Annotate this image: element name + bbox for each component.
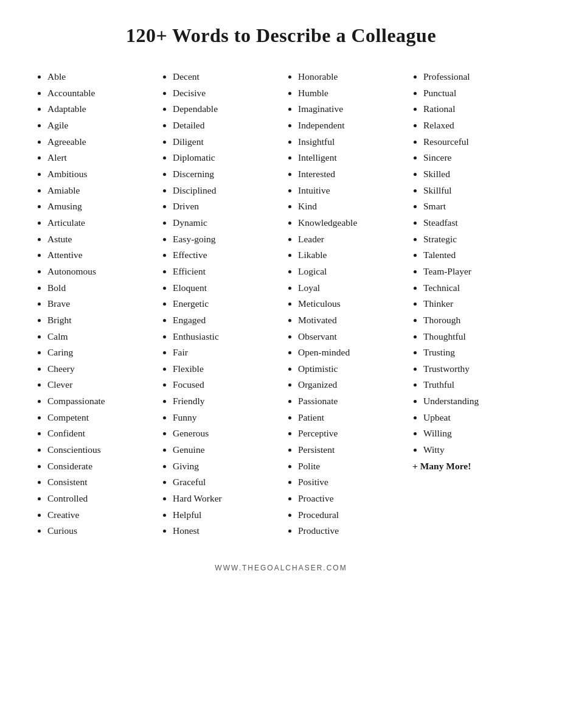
list-item: Flexible bbox=[173, 361, 275, 377]
list-item: Considerate bbox=[47, 458, 150, 475]
list-item: Creative bbox=[47, 507, 150, 523]
list-item: Bright bbox=[47, 312, 150, 329]
list-item: Articulate bbox=[47, 215, 150, 231]
list-item: Persistent bbox=[298, 442, 400, 458]
list-item: Adaptable bbox=[47, 101, 150, 117]
list-item: Interested bbox=[298, 166, 400, 183]
list-item: Knowledgeable bbox=[298, 215, 400, 231]
list-item: Generous bbox=[173, 425, 275, 442]
list-item: Understanding bbox=[423, 393, 526, 410]
list-item: Dynamic bbox=[173, 215, 275, 231]
list-item: Helpful bbox=[173, 507, 275, 523]
list-item: Curious bbox=[47, 523, 150, 539]
list-item: Funny bbox=[173, 410, 275, 426]
list-item: Thoughtful bbox=[423, 329, 526, 345]
list-item: Able bbox=[47, 69, 150, 85]
list-item: Smart bbox=[423, 198, 526, 215]
list-item: Calm bbox=[47, 329, 150, 345]
list-item: Relaxed bbox=[423, 117, 526, 134]
list-item: Meticulous bbox=[298, 296, 400, 312]
list-item: Strategic bbox=[423, 231, 526, 248]
list-item: Perceptive bbox=[298, 425, 400, 442]
list-item: Steadfast bbox=[423, 215, 526, 231]
list-item: Astute bbox=[47, 231, 150, 248]
list-item: Giving bbox=[173, 458, 275, 475]
list-item: Engaged bbox=[173, 312, 275, 329]
list-item: Insightful bbox=[298, 134, 400, 150]
list-item: Energetic bbox=[173, 296, 275, 312]
list-item: Upbeat bbox=[423, 410, 526, 426]
list-item: Polite bbox=[298, 458, 400, 475]
list-item: Focused bbox=[173, 377, 275, 393]
list-item: Honorable bbox=[298, 69, 400, 85]
list-item: Trusting bbox=[423, 345, 526, 361]
list-item: Consistent bbox=[47, 474, 150, 491]
column-1: AbleAccountableAdaptableAgileAgreeableAl… bbox=[30, 69, 156, 539]
list-item: Efficient bbox=[173, 264, 275, 280]
list-item: Loyal bbox=[298, 280, 400, 296]
list-item: Driven bbox=[173, 198, 275, 215]
list-item: Amiable bbox=[47, 183, 150, 199]
list-item: Graceful bbox=[173, 474, 275, 491]
list-item: Diplomatic bbox=[173, 150, 275, 166]
list-item: Talented bbox=[423, 247, 526, 264]
list-item: Sincere bbox=[423, 150, 526, 166]
list-item: Skillful bbox=[423, 183, 526, 199]
list-item: Competent bbox=[47, 410, 150, 426]
list-item: Trustworthy bbox=[423, 361, 526, 377]
list-item: Willing bbox=[423, 425, 526, 442]
list-item: Caring bbox=[47, 345, 150, 361]
list-item: Passionate bbox=[298, 393, 400, 410]
list-item: Controlled bbox=[47, 491, 150, 507]
list-item: Decisive bbox=[173, 85, 275, 102]
list-item: Technical bbox=[423, 280, 526, 296]
list-item: Autonomous bbox=[47, 264, 150, 280]
list-item: Thinker bbox=[423, 296, 526, 312]
list-item: Punctual bbox=[423, 85, 526, 102]
list-item: Truthful bbox=[423, 377, 526, 393]
list-item: Dependable bbox=[173, 101, 275, 117]
list-item: Discerning bbox=[173, 166, 275, 183]
list-item: Genuine bbox=[173, 442, 275, 458]
column-2: DecentDecisiveDependableDetailedDiligent… bbox=[156, 69, 281, 539]
list-item: Friendly bbox=[173, 393, 275, 410]
list-item: Ambitious bbox=[47, 166, 150, 183]
word-columns: AbleAccountableAdaptableAgileAgreeableAl… bbox=[30, 69, 532, 539]
list-item: Decent bbox=[173, 69, 275, 85]
list-item: Productive bbox=[298, 523, 400, 539]
list-item: Honest bbox=[173, 523, 275, 539]
list-item: Likable bbox=[298, 247, 400, 264]
list-item: Agreeable bbox=[47, 134, 150, 150]
list-item: Eloquent bbox=[173, 280, 275, 296]
list-item: Rational bbox=[423, 101, 526, 117]
list-item: Patient bbox=[298, 410, 400, 426]
list-item: Open-minded bbox=[298, 345, 400, 361]
list-item: Hard Worker bbox=[173, 491, 275, 507]
list-item: Clever bbox=[47, 377, 150, 393]
list-item: Thorough bbox=[423, 312, 526, 329]
plus-more-label: + Many More! bbox=[412, 461, 526, 472]
list-item: Bold bbox=[47, 280, 150, 296]
list-item: Compassionate bbox=[47, 393, 150, 410]
list-item: Skilled bbox=[423, 166, 526, 183]
list-item: Agile bbox=[47, 117, 150, 134]
list-item: Procedural bbox=[298, 507, 400, 523]
list-item: Independent bbox=[298, 117, 400, 134]
list-item: Accountable bbox=[47, 85, 150, 102]
list-item: Team-Player bbox=[423, 264, 526, 280]
list-item: Effective bbox=[173, 247, 275, 264]
column-3: HonorableHumbleImaginativeIndependentIns… bbox=[281, 69, 406, 539]
list-item: Amusing bbox=[47, 198, 150, 215]
list-item: Disciplined bbox=[173, 183, 275, 199]
list-item: Organized bbox=[298, 377, 400, 393]
list-item: Enthusiastic bbox=[173, 329, 275, 345]
page-title: 120+ Words to Describe a Colleague bbox=[30, 24, 532, 47]
list-item: Proactive bbox=[298, 491, 400, 507]
list-item: Imaginative bbox=[298, 101, 400, 117]
list-item: Fair bbox=[173, 345, 275, 361]
list-item: Easy-going bbox=[173, 231, 275, 248]
list-item: Brave bbox=[47, 296, 150, 312]
list-item: Logical bbox=[298, 264, 400, 280]
list-item: Humble bbox=[298, 85, 400, 102]
column-4: ProfessionalPunctualRationalRelaxedResou… bbox=[406, 69, 532, 539]
